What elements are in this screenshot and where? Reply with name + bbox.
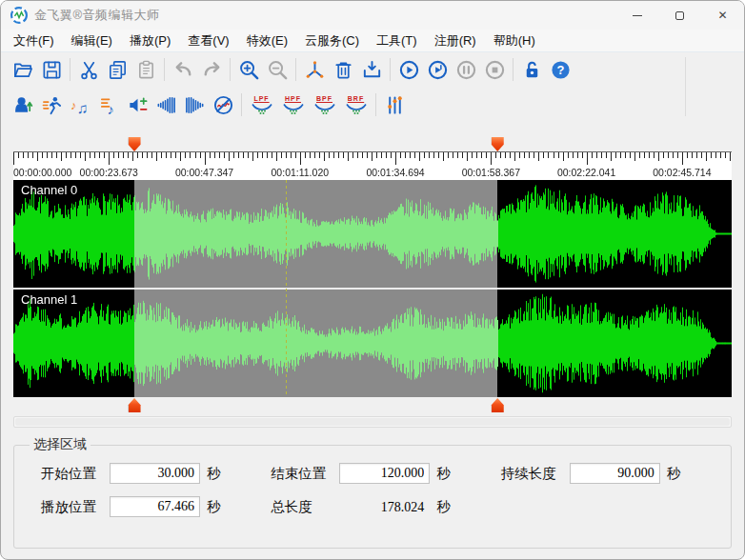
ruler-label-0: 00:00:00.000 bbox=[13, 167, 71, 178]
toolbar-separator bbox=[513, 58, 513, 81]
toolbar-separator bbox=[375, 93, 376, 116]
paste-icon[interactable] bbox=[131, 55, 160, 84]
play-position-input[interactable] bbox=[110, 496, 200, 517]
lock-icon[interactable] bbox=[517, 55, 546, 84]
ruler-label-6: 00:02:22.041 bbox=[557, 167, 615, 178]
selection-fields: 开始位置秒结束位置秒持续长度秒播放位置秒总长度178.024秒 bbox=[28, 463, 717, 517]
rate-icon[interactable]: ♪ bbox=[94, 90, 123, 119]
menu-item-6[interactable]: 工具(T) bbox=[368, 30, 426, 51]
mix-icon[interactable] bbox=[300, 55, 329, 84]
filter-hpf-label: HPF bbox=[285, 95, 301, 103]
play-position-field: 播放位置秒 bbox=[28, 496, 257, 517]
zoom-out-icon[interactable] bbox=[263, 55, 292, 84]
filter-lpf-icon[interactable]: LPF bbox=[246, 90, 277, 120]
denoise-icon[interactable] bbox=[209, 90, 237, 119]
toolbar-separator bbox=[295, 58, 296, 81]
fade-in-icon[interactable] bbox=[151, 90, 180, 119]
ruler-label-7: 00:02:45.714 bbox=[653, 167, 711, 178]
minimize-button[interactable] bbox=[615, 1, 658, 30]
horizontal-scrollbar[interactable] bbox=[13, 416, 732, 428]
toolbar-separator bbox=[230, 58, 231, 81]
start-position-input[interactable] bbox=[110, 463, 200, 484]
work-area: 00:00:00.00000:00:23.67300:00:47.34700:0… bbox=[1, 135, 744, 549]
end-position-label: 结束位置 bbox=[271, 465, 339, 483]
marker-strip-bottom bbox=[13, 397, 732, 413]
close-icon: ✕ bbox=[717, 9, 727, 22]
selection-start-marker-top[interactable] bbox=[129, 137, 141, 151]
close-button[interactable]: ✕ bbox=[701, 1, 744, 30]
menu-item-0[interactable]: 文件(F) bbox=[5, 30, 63, 51]
tempo-icon[interactable] bbox=[37, 90, 66, 119]
menu-item-7[interactable]: 注册(R) bbox=[426, 30, 485, 51]
copy-icon[interactable] bbox=[103, 55, 131, 84]
filter-lpf-label: LPF bbox=[253, 95, 269, 103]
text-to-speech-icon[interactable] bbox=[9, 90, 37, 119]
end-position-field: 结束位置秒 bbox=[257, 463, 487, 484]
selection-end-marker-bottom[interactable] bbox=[492, 398, 504, 412]
filter-bpf-icon[interactable]: BPF bbox=[309, 90, 340, 120]
toolbar-separator bbox=[685, 57, 686, 116]
selection-panel-title: 选择区域 bbox=[30, 436, 91, 453]
play-position-unit: 秒 bbox=[207, 498, 221, 516]
menu-item-8[interactable]: 帮助(H) bbox=[485, 30, 544, 51]
marker-strip-top bbox=[13, 135, 732, 151]
svg-text:♪: ♪ bbox=[107, 101, 113, 115]
play-icon[interactable] bbox=[394, 55, 423, 84]
ruler-label-3: 00:01:11.020 bbox=[272, 167, 330, 178]
zoom-in-icon[interactable] bbox=[234, 55, 263, 84]
ruler-label-4: 00:01:34.694 bbox=[366, 167, 424, 178]
start-position-unit: 秒 bbox=[207, 465, 221, 483]
save-file-icon[interactable] bbox=[37, 55, 66, 84]
channel-0-label: Channel 0 bbox=[21, 183, 77, 197]
pause-icon[interactable] bbox=[452, 55, 480, 84]
duration-label: 持续长度 bbox=[501, 465, 570, 483]
start-position-label: 开始位置 bbox=[41, 465, 110, 483]
toolbar-main: ? bbox=[1, 52, 744, 87]
help-icon[interactable]: ? bbox=[546, 55, 574, 84]
scrollbar-thumb[interactable] bbox=[15, 418, 730, 426]
menu-item-1[interactable]: 编辑(E) bbox=[63, 30, 121, 51]
play-file-icon[interactable] bbox=[423, 55, 452, 84]
delete-icon[interactable] bbox=[329, 55, 357, 84]
duration-unit: 秒 bbox=[667, 465, 681, 483]
play-position-label: 播放位置 bbox=[41, 498, 110, 516]
maximize-button[interactable] bbox=[658, 1, 701, 30]
channel-1-label: Channel 1 bbox=[21, 292, 77, 307]
timeline-ruler[interactable]: 00:00:00.00000:00:23.67300:00:47.34700:0… bbox=[13, 151, 732, 180]
start-position-field: 开始位置秒 bbox=[28, 463, 257, 484]
filter-brf-label: BRF bbox=[348, 95, 364, 103]
ruler-label-2: 00:00:47.347 bbox=[175, 167, 233, 178]
redo-icon[interactable] bbox=[197, 55, 226, 84]
menu-item-4[interactable]: 特效(E) bbox=[238, 30, 296, 51]
app-window: 金飞翼®音频编辑大师 ✕ 文件(F)编辑(E)播放(P)查看(V)特效(E)云服… bbox=[0, 0, 745, 560]
equalizer-icon[interactable] bbox=[380, 90, 409, 119]
total-length-field: 总长度178.024秒 bbox=[257, 496, 487, 517]
end-position-input[interactable] bbox=[339, 463, 430, 484]
open-file-icon[interactable] bbox=[9, 55, 37, 84]
menu-item-2[interactable]: 播放(P) bbox=[121, 30, 179, 51]
minimize-icon bbox=[633, 15, 642, 16]
toolbar-area: ? ♪♫♪LPFHPFBPFBRF bbox=[1, 52, 744, 123]
stop-icon[interactable] bbox=[480, 55, 509, 84]
filter-hpf-icon[interactable]: HPF bbox=[277, 90, 309, 120]
duration-input[interactable] bbox=[570, 463, 660, 484]
total-length-unit: 秒 bbox=[436, 498, 451, 516]
fade-out-icon[interactable] bbox=[180, 90, 209, 119]
duration-field: 持续长度秒 bbox=[488, 463, 717, 484]
total-length-label: 总长度 bbox=[271, 498, 339, 516]
waveform-display[interactable]: Channel 0 Channel 1 bbox=[13, 180, 732, 397]
maximize-icon bbox=[675, 11, 684, 20]
toolbar-separator bbox=[70, 58, 70, 81]
selection-panel: 选择区域 开始位置秒结束位置秒持续长度秒播放位置秒总长度178.024秒 bbox=[13, 436, 732, 549]
pitch-icon[interactable]: ♪♫ bbox=[66, 90, 94, 119]
cut-icon[interactable] bbox=[74, 55, 103, 84]
selection-start-marker-bottom[interactable] bbox=[129, 398, 141, 412]
ruler-label-1: 00:00:23.673 bbox=[80, 167, 138, 178]
filter-brf-icon[interactable]: BRF bbox=[340, 90, 372, 120]
insert-icon[interactable] bbox=[357, 55, 386, 84]
undo-icon[interactable] bbox=[169, 55, 197, 84]
menu-item-3[interactable]: 查看(V) bbox=[179, 30, 237, 51]
menu-item-5[interactable]: 云服务(C) bbox=[296, 30, 368, 51]
volume-icon[interactable] bbox=[123, 90, 151, 119]
selection-end-marker-top[interactable] bbox=[492, 137, 504, 151]
